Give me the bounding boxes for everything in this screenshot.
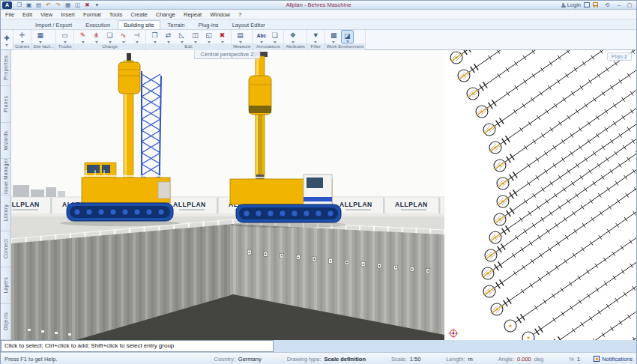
stretch-icon[interactable]: ⊣ [130, 30, 143, 43]
sidebar-item-connect[interactable]: Connect [1, 231, 10, 267]
allplan-window: A ❐ ▣ ▤ ↶ ↷ ▦ ◫ ✖ ▾ Allplan - Behres Mas… [0, 0, 637, 364]
notifications-icon [594, 356, 600, 362]
customize-icon[interactable]: ▾ [93, 1, 101, 9]
plan-caption[interactable]: Plan 1 [607, 52, 632, 61]
ribbon-group-site-facilities: ▦ Site facil... [31, 30, 56, 49]
tab-layout-editor[interactable]: Layout Editor [226, 20, 271, 29]
login-button[interactable]: Login [561, 1, 581, 8]
ribbon-group-measure: ▤ Measure [232, 30, 253, 49]
menu-edit[interactable]: Edit [22, 11, 32, 18]
work-environment-icon[interactable]: ◪ [341, 30, 354, 43]
tab-plug-ins[interactable]: Plug-ins [193, 20, 225, 29]
copy-teach-icon[interactable]: ▦ [64, 1, 72, 9]
allplan-banner: ALLPLAN [11, 201, 40, 208]
app-menu-button[interactable]: A [2, 1, 12, 9]
ribbon-group-work-environment: ▩ ◪ Work Environment [325, 30, 366, 49]
menu-view[interactable]: View [40, 11, 52, 18]
menu-insert[interactable]: Insert [61, 11, 75, 18]
pencil-icon[interactable]: ✎ [76, 30, 89, 43]
percent-label: % [569, 356, 574, 363]
open-icon[interactable]: ❐ [15, 1, 23, 9]
length-value[interactable]: m [468, 356, 472, 363]
drawing-type-value[interactable]: Scale definition [324, 356, 366, 363]
move-icon[interactable]: ⇄ [162, 30, 175, 43]
filter-funnel-icon[interactable]: ▼ [310, 30, 322, 43]
mirror-icon[interactable]: ◫ [189, 30, 202, 43]
maximize-button[interactable]: ▢ [626, 1, 633, 8]
construction-scene: ALLPLANALLPLANALLPLANALLPLANALLPLANALLPL… [11, 50, 444, 340]
allplan-shop-icon[interactable] [584, 2, 590, 7]
save-icon[interactable]: ▣ [25, 1, 33, 9]
angle-unit: deg [534, 356, 544, 363]
viewport-caption[interactable]: Central perspective 2 [194, 50, 261, 59]
plant-icon[interactable]: ✚ [1, 33, 13, 46]
view-setup-icon[interactable]: ▩ [327, 30, 340, 43]
window-layout-icon[interactable]: ◫ [73, 1, 82, 9]
ribbon-group-annotations: Abc ❏ Annotations [253, 30, 284, 49]
menu-create[interactable]: Create [130, 11, 148, 18]
redo-icon[interactable]: ↷ [54, 1, 62, 9]
sidebar-item-objects[interactable]: Objects [1, 304, 10, 340]
clipboard-icon[interactable]: ❏ [103, 30, 116, 43]
tab-building-site[interactable]: Building site [118, 20, 160, 29]
angle-value[interactable]: 0.000 [517, 356, 531, 363]
tab-execution[interactable]: Execution [79, 20, 116, 29]
truck-icon[interactable]: ▭ [58, 30, 71, 43]
tab-terrain[interactable]: Terrain [162, 20, 191, 29]
viewport-3d[interactable]: Central perspective 2 ALLPLANALLPLANALLP… [11, 50, 444, 340]
cart-icon[interactable] [593, 2, 600, 7]
task-tab-row: Import / Export Execution Building site … [1, 19, 636, 29]
sidebar-item-issue-manager[interactable]: Issue Manager [1, 159, 10, 195]
percent-value[interactable]: 1 [577, 356, 580, 363]
dialog-line: Click to select; Ctrl+click to add; Shif… [1, 340, 636, 352]
pile-plan-drawing [444, 50, 636, 340]
country-value[interactable]: Germany [238, 356, 262, 363]
menu-format[interactable]: Format [83, 11, 101, 18]
tab-import-export[interactable]: Import / Export [29, 20, 78, 29]
ribbon-group-trucks: ▭ Trucks [56, 30, 74, 49]
prompt-text: Click to select; Ctrl+click to add; Shif… [1, 340, 274, 352]
crane-icon[interactable]: ✛ [16, 30, 28, 43]
scale-value[interactable]: 1:50 [410, 356, 421, 363]
minimize-button[interactable]: – [615, 1, 623, 8]
sidebar-item-library[interactable]: Library [1, 195, 10, 231]
copy-icon[interactable]: ❐ [148, 30, 161, 43]
notifications-button[interactable]: Notifications [594, 356, 633, 363]
country-label: Country: [214, 356, 235, 363]
attributes-icon[interactable]: ❖ [286, 30, 299, 43]
sidebar-item-properties[interactable]: Properties [1, 50, 10, 86]
viewport-plan[interactable]: Plan 1 [444, 50, 636, 340]
ribbon-group-edit: ❐ ⇄ ◺ ◫ ◱ ✖ Edit [146, 30, 232, 49]
ruler-icon[interactable]: ▤ [234, 30, 247, 43]
history-icon[interactable]: ⟲ [603, 1, 612, 9]
menu-repeat[interactable]: Repeat [184, 11, 202, 18]
delete-icon[interactable]: ✖ [216, 30, 229, 43]
ribbon-group-change: ✎ ⋔ ❏ ∿ ⊣ Change [74, 30, 146, 49]
freehand-icon[interactable]: ∿ [117, 30, 130, 43]
site-facility-icon[interactable]: ▦ [34, 30, 46, 43]
user-icon [561, 3, 566, 7]
rotate-icon[interactable]: ◺ [175, 30, 188, 43]
menu-change[interactable]: Change [156, 11, 175, 18]
palette-rail: Properties Planes Wizards Issue Manager … [1, 50, 11, 340]
note-icon[interactable]: ❏ [268, 30, 281, 43]
sidebar-item-layers[interactable]: Layers [1, 267, 10, 303]
allplan-banner: ALLPLAN [339, 201, 372, 208]
allplan-banner: ALLPLAN [173, 201, 206, 208]
menu-help[interactable]: ? [238, 11, 241, 18]
menu-tools[interactable]: Tools [109, 11, 123, 18]
text-icon[interactable]: Abc [255, 30, 268, 43]
sidebar-item-planes[interactable]: Planes [1, 86, 10, 122]
resize-icon[interactable]: ◱ [202, 30, 215, 43]
undo-icon[interactable]: ↶ [44, 1, 52, 9]
sidebar-item-wizards[interactable]: Wizards [1, 123, 10, 159]
menu-window[interactable]: Window [210, 11, 230, 18]
status-bar: Press F1 to get Help. Country: Germany D… [1, 352, 636, 364]
menu-bar: File Edit View Insert Format Tools Creat… [1, 10, 636, 19]
menu-file[interactable]: File [5, 11, 14, 18]
tools-icon[interactable]: ✖ [83, 1, 91, 9]
ribbon-group-cranes: ✛ Cranes [13, 30, 31, 49]
allplan-banner: ALLPLAN [395, 201, 428, 208]
pitchfork-icon[interactable]: ⋔ [90, 30, 103, 43]
print-icon[interactable]: ▤ [34, 1, 43, 9]
